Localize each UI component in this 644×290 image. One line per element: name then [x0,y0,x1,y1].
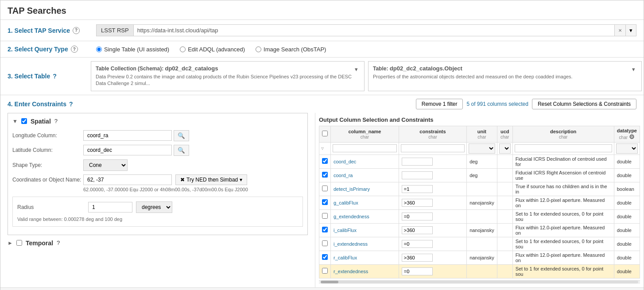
query-type-section: 2. Select Query Type ? Single Table (UI … [0,41,644,57]
row-checkbox[interactable] [322,213,328,219]
constraint-input[interactable] [402,158,433,166]
row-constraints[interactable] [399,196,466,209]
row-constraints[interactable] [399,251,466,264]
query-type-image-search[interactable]: Image Search (ObsTAP) [256,46,326,53]
table-row: g_calibFlux nanojansky Flux within 12.0-… [319,196,640,209]
constraints-header-col[interactable]: constraintschar [399,126,466,142]
row-constraints[interactable] [399,209,466,223]
select-all-checkbox[interactable] [322,131,328,136]
radius-hint: Valid range between: 0.000278 deg and 10… [17,217,298,222]
query-type-help-icon[interactable]: ? [71,46,78,53]
temporal-checkbox[interactable] [16,240,22,246]
row-constraints[interactable] [399,155,466,168]
service-dropdown-button[interactable]: ▾ [626,24,636,36]
constraints-label-text: 4. Enter Constraints [8,101,66,108]
description-filter[interactable] [515,144,612,152]
longitude-row: Longitude Column: 🔍 [12,130,303,141]
table-selector[interactable]: Table: dp02_dc2_catalogs.Object Properti… [368,61,642,91]
table-dropdown-btn[interactable]: ▾ [630,65,637,73]
constraint-input[interactable] [402,226,433,234]
remove-filter-button[interactable]: Remove 1 filter [416,99,463,109]
row-checkbox-cell [319,209,331,223]
row-unit: nanojansky [467,223,497,237]
scrollbar-track [321,281,638,283]
row-ucd [497,209,512,223]
row-checkbox[interactable] [322,240,328,246]
filter-row: ▿ [319,142,640,155]
row-description: Flux within 12.0-pixel aperture. Measure… [512,223,614,237]
row-checkbox[interactable] [322,158,328,164]
service-url-input[interactable] [134,24,615,36]
row-description: Fiducial ICRS Declination of centroid us… [512,155,614,168]
query-type-adql-radio[interactable] [180,46,186,52]
collection-selector[interactable]: Table Collection (Schema): dp02_dc2_cata… [91,61,365,91]
query-type-image-radio[interactable] [256,46,261,52]
ucd-filter[interactable] [499,143,511,154]
spatial-checkbox[interactable] [21,118,27,124]
latitude-input[interactable] [83,145,172,155]
shape-select[interactable]: Cone Polygon Range [83,159,128,171]
row-column-name: coord_dec [331,155,399,168]
row-constraints[interactable] [399,182,466,196]
constraints-body: ▼ Spatial ? Longitude Column: 🔍 Latitude… [0,113,644,287]
horizontal-scrollbar[interactable] [319,280,640,284]
row-checkbox[interactable] [322,254,328,260]
row-description: Set to 1 for extended sources, 0 for poi… [512,209,614,223]
select-table-help-icon[interactable]: ? [53,73,57,80]
constraint-input[interactable] [402,267,433,275]
query-type-single-table[interactable]: Single Table (UI assisted) [96,46,169,53]
constraint-input[interactable] [402,199,433,207]
table-row: i_extendedness Set to 1 for extended sou… [319,237,640,251]
gear-icon[interactable]: ⚙ [629,133,635,140]
row-constraints[interactable] [399,237,466,251]
filter-icon-cell: ▿ [319,142,331,155]
row-checkbox[interactable] [322,227,328,232]
temporal-collapse-btn[interactable]: ► [8,240,13,246]
unit-filter[interactable] [469,143,495,154]
constraint-input[interactable] [402,213,433,220]
constraint-input[interactable] [402,240,433,248]
longitude-search-btn[interactable]: 🔍 [174,130,189,141]
constraints-filter[interactable] [401,144,465,152]
query-type-edit-adql[interactable]: Edit ADQL (advanced) [180,46,245,53]
column-name-filter[interactable] [333,144,397,152]
constraints-help-icon[interactable]: ? [69,101,73,108]
radius-input[interactable] [88,202,132,213]
unit-header[interactable]: unitchar [467,126,497,142]
temporal-help-icon[interactable]: ? [57,240,60,246]
constraint-input[interactable] [402,171,433,179]
latitude-search-btn[interactable]: 🔍 [174,145,189,156]
spatial-collapse-btn[interactable]: ▼ [12,118,18,124]
row-datatype: double [614,251,640,264]
spatial-help-icon[interactable]: ? [54,118,58,124]
coords-input[interactable] [83,174,172,185]
radius-unit-select[interactable]: degrees arcmin arcsec [136,201,172,213]
service-name: LSST RSP [96,24,134,36]
row-checkbox[interactable] [322,186,328,191]
datatype-header[interactable]: datatypechar ⚙ [614,126,640,142]
longitude-input[interactable] [83,130,172,141]
columns-selected-text[interactable]: 5 of 991 columns selected [466,101,528,107]
row-checkbox[interactable] [322,268,328,274]
constraint-input[interactable] [402,254,433,262]
description-header[interactable]: descriptionchar [512,126,614,142]
tap-service-help-icon[interactable]: ? [73,27,80,34]
tap-service-row: LSST RSP × ▾ [96,24,636,36]
row-datatype: double [614,209,640,223]
constraint-input[interactable] [402,185,433,193]
row-constraints[interactable] [399,168,466,182]
row-column-name: i_extendedness [331,237,399,251]
query-type-single-radio[interactable] [96,46,102,52]
spatial-title: Spatial [31,118,51,125]
ned-button[interactable]: ✖ Try NED then Simbad ▾ [175,174,247,185]
reset-columns-button[interactable]: Reset Column Selections & Constraints [532,99,636,109]
datatype-filter[interactable] [616,143,638,154]
column-name-header[interactable]: column_namechar [331,126,399,142]
row-checkbox[interactable] [322,172,328,178]
service-clear-button[interactable]: × [615,24,626,36]
ucd-header[interactable]: ucdchar [497,126,512,142]
collection-dropdown-btn[interactable]: ▾ [353,65,360,73]
row-constraints[interactable] [399,223,466,237]
row-checkbox[interactable] [322,199,328,205]
row-constraints[interactable] [399,264,466,278]
